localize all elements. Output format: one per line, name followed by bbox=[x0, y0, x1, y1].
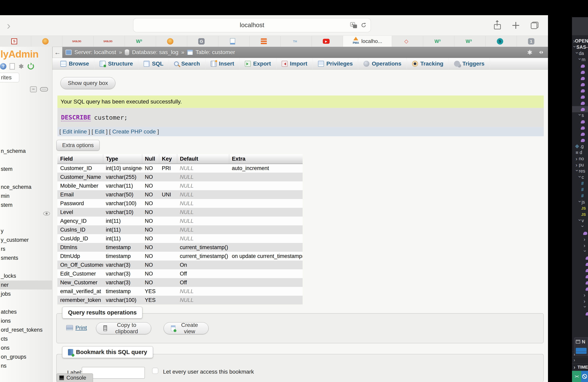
tree-item[interactable]: on_groups bbox=[0, 352, 52, 362]
tree-item[interactable]: nce_schema bbox=[0, 183, 52, 191]
settings-gear-icon[interactable] bbox=[18, 63, 24, 70]
tab-search[interactable]: Search bbox=[169, 58, 205, 69]
explorer-row[interactable]: › bbox=[572, 63, 588, 69]
explorer-row[interactable]: › s bbox=[572, 112, 588, 118]
refresh-icon[interactable] bbox=[28, 63, 34, 70]
browser-tab[interactable]: W³ bbox=[423, 36, 454, 47]
explorer-row[interactable]: › bbox=[572, 187, 588, 193]
explorer-row[interactable]: › pu bbox=[572, 162, 588, 168]
explorer-row[interactable]: › bbox=[572, 261, 588, 267]
explorer-row[interactable]: › js bbox=[572, 199, 588, 205]
breadcrumb-server[interactable]: Server: localhost bbox=[74, 49, 116, 56]
tab-tracking[interactable]: Tracking bbox=[407, 58, 449, 69]
explorer-row[interactable]: › SAS- bbox=[572, 44, 588, 50]
tree-item[interactable]: y_customer bbox=[0, 236, 52, 245]
address-bar[interactable]: localhost A bbox=[133, 18, 371, 32]
column-header-type[interactable]: Type bbox=[103, 154, 142, 164]
explorer-row[interactable]: › bbox=[572, 310, 588, 317]
collapse-all-icon[interactable]: − bbox=[30, 86, 37, 92]
browser-tab[interactable] bbox=[156, 36, 187, 47]
docs-icon[interactable] bbox=[10, 63, 15, 70]
explorer-row[interactable]: › bbox=[572, 100, 588, 106]
explorer-row[interactable]: › bbox=[572, 273, 588, 280]
column-header-default[interactable]: Default bbox=[177, 154, 229, 164]
browser-tab[interactable]: W³ bbox=[125, 36, 156, 47]
favorites-tab[interactable]: rites bbox=[0, 73, 19, 82]
tree-item[interactable] bbox=[0, 210, 52, 218]
show-query-box-button[interactable]: Show query box bbox=[60, 77, 115, 89]
expand-panel-icon[interactable] bbox=[538, 50, 545, 55]
browser-tab[interactable]: G bbox=[187, 36, 218, 47]
explorer-row[interactable]: › res bbox=[572, 168, 588, 174]
share-icon[interactable] bbox=[494, 21, 501, 29]
collapsed-panel-row[interactable]: › bbox=[572, 352, 588, 357]
tree-item[interactable]: stem bbox=[0, 165, 52, 174]
tab-triggers[interactable]: Triggers bbox=[449, 58, 490, 69]
column-header-field[interactable]: Field bbox=[57, 154, 103, 164]
tree-item[interactable]: atches bbox=[0, 307, 52, 316]
explorer-row[interactable]: › .g bbox=[572, 143, 588, 150]
explorer-row[interactable]: › bbox=[572, 248, 588, 255]
explorer-row[interactable]: › bbox=[572, 298, 588, 304]
extra-options-button[interactable]: Extra options bbox=[56, 140, 100, 151]
remote-indicator[interactable]: >< bbox=[572, 371, 581, 382]
explorer-row[interactable]: › m bbox=[572, 57, 588, 63]
breadcrumb-database[interactable]: Database: sas_log bbox=[132, 49, 178, 56]
print-link[interactable]: Print bbox=[66, 325, 87, 331]
explorer-row[interactable]: › bbox=[572, 193, 588, 199]
explorer-row[interactable]: › bbox=[572, 131, 588, 137]
explorer-row[interactable]: › bbox=[572, 255, 588, 261]
browser-tab[interactable]: 1 bbox=[517, 36, 548, 47]
explorer-row[interactable]: › bbox=[572, 286, 588, 292]
explorer-row[interactable]: › bbox=[572, 88, 588, 94]
tree-item[interactable]: stem bbox=[0, 201, 52, 210]
status-bar-segment[interactable] bbox=[581, 371, 588, 382]
explorer-row[interactable]: › bbox=[572, 81, 588, 88]
explorer-row[interactable]: › bbox=[572, 205, 588, 211]
explorer-row[interactable]: › bbox=[572, 106, 588, 112]
explorer-row[interactable]: › bbox=[572, 224, 588, 230]
explorer-row[interactable]: › bbox=[572, 230, 588, 236]
explorer-row[interactable]: › bbox=[572, 75, 588, 81]
explorer-row[interactable]: › bbox=[572, 267, 588, 273]
timeline-section[interactable]: › TIME bbox=[572, 364, 588, 370]
browser-tab[interactable]: SASLOG bbox=[63, 36, 94, 47]
create-php-code-link[interactable]: Create PHP code bbox=[112, 129, 156, 135]
column-header-extra[interactable]: Extra bbox=[229, 154, 303, 164]
tree-item[interactable]: ns bbox=[0, 362, 52, 370]
edit-inline-link[interactable]: Edit inline bbox=[63, 129, 87, 135]
forward-icon[interactable]: › bbox=[7, 20, 11, 31]
tab-browse[interactable]: Browse bbox=[55, 58, 94, 69]
browser-tab[interactable]: ▶ bbox=[312, 36, 343, 47]
edit-link[interactable]: Edit bbox=[95, 129, 105, 135]
page-settings-icon[interactable] bbox=[527, 49, 533, 55]
reload-icon[interactable] bbox=[361, 22, 367, 28]
tree-item[interactable]: ons bbox=[0, 344, 52, 352]
explorer-row[interactable]: › bbox=[572, 94, 588, 100]
explorer-row[interactable]: › bbox=[572, 180, 588, 187]
bookmark-share-checkbox[interactable] bbox=[152, 368, 158, 374]
tab-privileges[interactable]: Privileges bbox=[313, 58, 358, 69]
tab-operations[interactable]: Operations bbox=[358, 58, 407, 69]
tree-item[interactable]: min bbox=[0, 191, 52, 201]
tab-import[interactable]: Import bbox=[276, 58, 313, 69]
new-tab-icon[interactable] bbox=[512, 22, 519, 29]
tree-item[interactable]: sments bbox=[0, 253, 52, 263]
console-toggle[interactable]: Console bbox=[57, 373, 93, 382]
browser-tab[interactable]: PMA localho... bbox=[343, 36, 392, 47]
browser-tab[interactable]: SASLOG bbox=[94, 36, 125, 47]
browser-tab[interactable]: TH bbox=[281, 36, 312, 47]
tab-sql[interactable]: SQL bbox=[138, 58, 169, 69]
explorer-row[interactable]: › bbox=[572, 69, 588, 75]
tree-item[interactable]: ions bbox=[0, 316, 52, 325]
help-icon[interactable]: ? bbox=[0, 63, 6, 70]
phpmyadmin-logo[interactable]: lyAdmin bbox=[0, 48, 38, 60]
explorer-row[interactable]: › c bbox=[572, 174, 588, 180]
explorer-row[interactable]: › v bbox=[572, 218, 588, 224]
explorer-row[interactable]: › bbox=[572, 304, 588, 310]
explorer-row[interactable]: › bbox=[572, 280, 588, 286]
browser-tab[interactable]: ◇ bbox=[392, 36, 423, 47]
tab-overview-icon[interactable] bbox=[531, 22, 538, 29]
explorer-row[interactable]: › bbox=[572, 242, 588, 248]
tree-item[interactable]: ord_reset_tokens bbox=[0, 325, 52, 334]
